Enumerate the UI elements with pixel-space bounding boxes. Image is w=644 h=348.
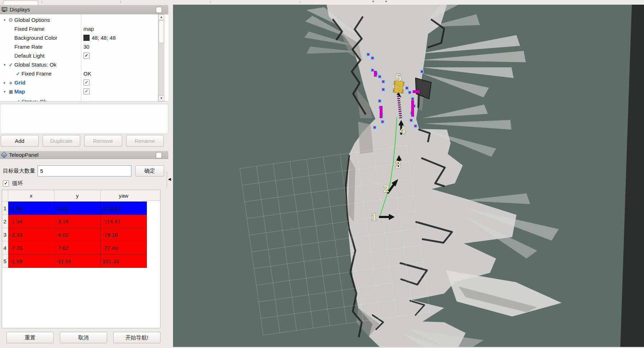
loop-row: ✓ 循环: [3, 180, 23, 187]
cell-y[interactable]: -5.02: [54, 228, 101, 241]
displays-panel-titlebar[interactable]: Displays: [0, 5, 168, 14]
default-light-checkbox[interactable]: ✓: [83, 53, 90, 59]
table-row[interactable]: 4-2.20-7.62-72.40: [2, 241, 147, 255]
cell-x[interactable]: -2.33: [8, 228, 54, 241]
cell-yaw[interactable]: -114.42: [101, 215, 147, 228]
row-number[interactable]: 4: [2, 241, 8, 255]
grid-enabled-checkbox[interactable]: ✓: [83, 79, 90, 86]
column-header-x[interactable]: x: [8, 190, 54, 202]
row-number[interactable]: 5: [2, 255, 8, 268]
cell-y[interactable]: -7.62: [54, 241, 101, 255]
tree-row-default-light[interactable]: Default Light ✓: [0, 51, 168, 60]
table-row[interactable]: 2-1.94-3.18-114.42: [2, 215, 147, 228]
tree-value[interactable]: 30: [83, 44, 90, 50]
displays-buttons: Add Duplicate Remove Rename: [1, 135, 164, 147]
tree-row-background-color[interactable]: Background Color 48; 48; 48: [0, 33, 168, 42]
teleop-float-button[interactable]: [156, 152, 162, 158]
cell-yaw[interactable]: -79.18: [101, 228, 147, 241]
expander-icon[interactable]: ▾: [2, 18, 7, 22]
table-row[interactable]: 3-2.33-5.02-79.18: [2, 228, 147, 241]
view-edge-wedge: [620, 5, 644, 347]
panel-collapse-icon[interactable]: ◀: [168, 177, 171, 181]
tree-row-fixed-frame[interactable]: Fixed Frame map: [0, 24, 168, 33]
cell-y[interactable]: -3.18: [54, 215, 101, 228]
confirm-button[interactable]: 确定: [135, 165, 164, 177]
scrollbar-thumb[interactable]: [159, 20, 164, 43]
map-enabled-checkbox[interactable]: ✓: [83, 88, 90, 95]
column-header-yaw[interactable]: yaw: [101, 190, 147, 202]
displays-float-button[interactable]: [156, 7, 162, 13]
tree-label: Frame Rate: [14, 44, 43, 50]
map-canvas[interactable]: 1 2 3 4 5: [173, 5, 644, 347]
toolbar-mark: [120, 1, 121, 3]
status-ok-icon: ✓: [14, 71, 21, 77]
max-goal-row: 目标最大数量 确定: [3, 165, 168, 177]
toolbar-dropdown-arrow[interactable]: ▼: [372, 0, 375, 3]
row-number[interactable]: 2: [2, 215, 8, 228]
row-number[interactable]: 3: [2, 228, 8, 241]
table-header-filler: [141, 190, 160, 201]
cell-yaw[interactable]: -72.40: [101, 241, 147, 255]
tree-value[interactable]: map: [83, 26, 94, 32]
cell-yaw[interactable]: 101.33: [101, 255, 147, 268]
tree-row-map[interactable]: ▾▦Map ✓: [0, 87, 168, 96]
map-3d-view[interactable]: 1 2 3 4 5: [173, 5, 644, 347]
waypoint-label-1: 1: [371, 211, 377, 223]
tree-row-global-options[interactable]: ▾⚙Global Options: [0, 15, 168, 24]
tree-row-status-fixed-frame[interactable]: ✓Fixed Frame OK: [0, 69, 168, 78]
color-swatch[interactable]: [83, 35, 90, 41]
gear-icon: ⚙: [7, 17, 14, 23]
tree-label: Fixed Frame: [21, 71, 52, 77]
table-corner: [2, 190, 8, 202]
expander-icon[interactable]: ▾: [2, 90, 7, 93]
cell-x[interactable]: -1.98: [8, 202, 54, 215]
tree-scrollbar[interactable]: ▲ ▼: [158, 14, 164, 101]
teleop-bottom-buttons: 重置 取消 开始导航!: [6, 332, 160, 343]
cell-x[interactable]: -2.20: [8, 241, 54, 255]
max-goal-input[interactable]: [38, 165, 131, 177]
loop-checkbox[interactable]: ✓: [3, 180, 9, 187]
rename-button[interactable]: Rename: [126, 135, 164, 147]
dock-splitter[interactable]: [167, 172, 167, 188]
loop-label: 循环: [12, 180, 23, 187]
splitter-handle[interactable]: ······: [0, 101, 168, 104]
waypoint-label-2: 2: [383, 183, 389, 194]
tree-label: Global Status: Ok: [14, 62, 57, 68]
column-header-y[interactable]: y: [54, 190, 101, 202]
displays-panel-title: Displays: [10, 6, 30, 13]
tree-row-grid[interactable]: ▸◈Grid ✓: [0, 78, 168, 87]
cell-y[interactable]: -1.23: [54, 202, 101, 215]
scroll-down-icon[interactable]: ▼: [158, 96, 164, 101]
rviz-window: { "toolbar": { "dropdowns": ["▼", "▼"] }…: [0, 0, 644, 348]
toolbar-mark: [300, 1, 301, 3]
cell-x[interactable]: -1.94: [8, 215, 54, 228]
tree-row-frame-rate[interactable]: Frame Rate 30: [0, 42, 168, 51]
waypoint-table: xyyaw 1-1.98-1.23-170.432-1.94-3.18-114.…: [2, 190, 160, 328]
teleop-panel-titlebar[interactable]: TeleopPanel: [0, 151, 168, 159]
tree-value[interactable]: 48; 48; 48: [92, 35, 116, 41]
expander-icon[interactable]: ▸: [2, 81, 7, 84]
toolbar-dropdown-arrow[interactable]: ▼: [385, 0, 388, 3]
cell-yaw[interactable]: -170.43: [101, 202, 147, 215]
tree-label: Global Options: [14, 17, 50, 23]
start-navigation-button[interactable]: 开始导航!: [113, 332, 160, 343]
displays-icon: [2, 7, 7, 12]
table-header-row: xyyaw: [2, 190, 147, 202]
max-goal-label: 目标最大数量: [3, 168, 35, 174]
table-row[interactable]: 5-1.59-11.55101.33: [2, 255, 147, 268]
expander-icon[interactable]: ▾: [2, 63, 7, 67]
row-number[interactable]: 1: [2, 202, 8, 215]
cell-x[interactable]: -1.59: [8, 255, 54, 268]
remove-button[interactable]: Remove: [84, 135, 122, 147]
scroll-up-icon[interactable]: ▲: [158, 14, 164, 20]
duplicate-button[interactable]: Duplicate: [43, 135, 81, 147]
splitter-handle[interactable]: ······: [0, 148, 168, 151]
teleop-panel-icon: [1, 151, 7, 158]
displays-tree: ▾⚙Global Options Fixed Frame map Backgro…: [0, 14, 168, 102]
tree-row-global-status[interactable]: ▾✓Global Status: Ok: [0, 60, 168, 69]
add-button[interactable]: Add: [1, 135, 39, 147]
table-row[interactable]: 1-1.98-1.23-170.43: [2, 202, 147, 215]
cancel-button[interactable]: 取消: [60, 332, 107, 343]
cell-y[interactable]: -11.55: [54, 255, 101, 268]
reset-button[interactable]: 重置: [6, 332, 54, 343]
